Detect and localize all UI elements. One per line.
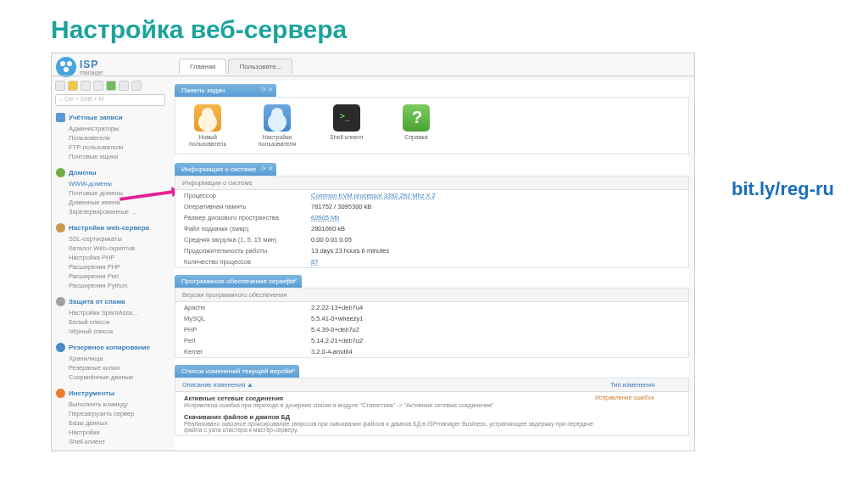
sysinfo-panel: Информация о системе⟳ ✕ Информация о сис… bbox=[175, 163, 689, 268]
sidebar-item[interactable]: Пользователи bbox=[55, 133, 165, 143]
tool-icon[interactable] bbox=[119, 81, 129, 91]
sidebar-item[interactable]: Зарезервированные ... bbox=[55, 207, 165, 216]
task-label: Shell-клиент bbox=[321, 134, 372, 141]
sidebar-group-tools[interactable]: Инструменты bbox=[55, 387, 165, 400]
sidebar-item[interactable]: Перезагрузить сервер bbox=[55, 409, 165, 418]
change-title: Скачивание файлов и дампов БД bbox=[184, 413, 595, 421]
task-item[interactable]: Shell-клиент bbox=[321, 104, 372, 147]
change-desc: Реализовано сквозное проксирование запро… bbox=[184, 421, 595, 433]
add-icon[interactable] bbox=[106, 81, 116, 91]
sidebar-item[interactable]: Shell-клиент bbox=[55, 437, 165, 446]
sidebar-item[interactable]: SSL-сертификаты bbox=[55, 234, 165, 244]
software-head[interactable]: Программное обеспечение сервера⟳ ✕ bbox=[175, 275, 302, 288]
info-label: Процессор bbox=[184, 192, 311, 199]
sidebar-item[interactable]: Сохранённые данные bbox=[55, 372, 165, 382]
slide-link: bit.ly/reg-ru bbox=[732, 178, 834, 200]
info-row: Оперативная память781752 / 3095300 kB bbox=[175, 201, 688, 212]
task-panel: Панель задач⟳ ✕ Новый пользовательНастро… bbox=[175, 84, 689, 154]
sidebar-item[interactable]: Расширения Python bbox=[55, 281, 165, 290]
sysinfo-head[interactable]: Информация о системе⟳ ✕ bbox=[175, 163, 276, 176]
sidebar-item[interactable]: Резервные копии bbox=[55, 363, 165, 372]
info-row: Количество процессов87 bbox=[175, 256, 688, 267]
soft-row: Kernel3.2.0-4-amd64 bbox=[175, 346, 688, 357]
soft-value: 5.5.41-0+wheezy1 bbox=[311, 315, 364, 322]
sidebar-item[interactable]: Расширения PHP bbox=[55, 262, 165, 271]
change-type: Исправление ошибок bbox=[595, 395, 680, 408]
sidebar-item[interactable]: Настройка PHP bbox=[55, 253, 165, 262]
change-title: Активные сетевые соединения bbox=[184, 395, 595, 402]
info-label: Файл подкачки (swap) bbox=[184, 225, 311, 232]
tool-icon[interactable] bbox=[93, 81, 103, 91]
changelog-col-desc[interactable]: Описание изменения ▲ bbox=[175, 378, 604, 391]
changelog-row[interactable]: Активные сетевые соединенияИсправлена ош… bbox=[184, 395, 680, 408]
logo-icon bbox=[56, 57, 76, 77]
favorite-icon[interactable] bbox=[68, 81, 78, 91]
info-value[interactable]: 62605 Mb bbox=[311, 214, 339, 221]
soft-label: MySQL bbox=[184, 315, 311, 322]
sidebar-item[interactable]: Доменные имена bbox=[55, 198, 165, 207]
tabs: Главная Пользовате... bbox=[179, 59, 294, 74]
search-input[interactable]: ⌕ Ctrl + Shift + M bbox=[55, 94, 165, 106]
sidebar-item[interactable]: Почтовые ящики bbox=[55, 152, 165, 161]
main-content: Панель задач⟳ ✕ Новый пользовательНастро… bbox=[175, 81, 689, 451]
changelog-col-type[interactable]: Тип изменения bbox=[604, 378, 688, 391]
sidebar-group-domains[interactable]: Домены bbox=[55, 166, 165, 179]
task-panel-head[interactable]: Панель задач⟳ ✕ bbox=[175, 84, 276, 97]
sysinfo-subhead: Информация о системе bbox=[175, 176, 688, 190]
soft-value: 5.4.39-0+deb7u2 bbox=[311, 326, 359, 333]
sidebar-item[interactable]: Настройки SpamAssa... bbox=[55, 308, 165, 317]
sidebar-item[interactable]: FTP-пользователи bbox=[55, 143, 165, 152]
task-item[interactable]: Новый пользователь bbox=[182, 104, 233, 147]
info-label: Средняя загрузка (1, 5, 15 мин) bbox=[184, 236, 311, 244]
tool-icon[interactable] bbox=[81, 81, 91, 91]
sidebar-item[interactable]: Базы данных bbox=[55, 418, 165, 428]
info-value: 781752 / 3095300 kB bbox=[311, 203, 371, 210]
soft-value: 3.2.0-4-amd64 bbox=[311, 348, 353, 355]
soft-label: Apache bbox=[184, 304, 311, 311]
soft-row: Perl5.14.2-21+deb7u2 bbox=[175, 335, 688, 346]
change-type bbox=[595, 413, 680, 433]
task-item[interactable]: Настройки пользователя bbox=[252, 104, 303, 147]
info-value[interactable]: 87 bbox=[311, 258, 318, 266]
sidebar-item[interactable]: Белый список bbox=[55, 317, 165, 327]
sidebar-item[interactable]: Каталог Web-скриптов bbox=[55, 244, 165, 253]
sidebar-item[interactable]: Чёрный список bbox=[55, 327, 165, 336]
info-value[interactable]: Common KVM processor 3392.292 Mhz X 2 bbox=[311, 192, 436, 199]
ispmanager-panel: ISP manager Главная Пользовате... ⌕ Ctrl… bbox=[51, 53, 695, 451]
changelog-head[interactable]: Список изменений текущей версии⟳ ✕ bbox=[175, 365, 299, 378]
sidebar-item[interactable]: WWW-домены bbox=[55, 179, 165, 188]
sidebar-item[interactable]: Настройки bbox=[55, 428, 165, 437]
brand-name: ISP bbox=[80, 59, 103, 70]
task-label: Настройки пользователя bbox=[252, 134, 303, 147]
sidebar-group-spam[interactable]: Защита от спама bbox=[55, 295, 165, 308]
settuser-icon bbox=[264, 104, 291, 132]
sidebar-item[interactable]: Выполнить команду bbox=[55, 400, 165, 409]
sidebar-item[interactable]: Администраторы bbox=[55, 124, 165, 133]
tab-main[interactable]: Главная bbox=[179, 59, 226, 74]
search-placeholder: ⌕ Ctrl + Shift + M bbox=[59, 96, 104, 102]
changelog-row[interactable]: Скачивание файлов и дампов БДРеализовано… bbox=[184, 413, 680, 433]
info-value: 2801660 kB bbox=[311, 225, 345, 232]
soft-value: 2.2.22-13+deb7u4 bbox=[311, 304, 363, 311]
back-icon[interactable] bbox=[55, 81, 65, 91]
info-value: 13 days 23 hours 6 minutes bbox=[311, 247, 389, 255]
sidebar-group-users[interactable]: Учётные записи bbox=[55, 111, 165, 124]
slide-title: Настройка веб-сервера bbox=[0, 0, 868, 53]
sidebar-group-backup[interactable]: Резервное копирование bbox=[55, 341, 165, 354]
info-row: Продолжительность работы13 days 23 hours… bbox=[175, 245, 688, 256]
task-item[interactable]: Справка bbox=[391, 104, 442, 147]
info-label: Оперативная память bbox=[184, 203, 311, 210]
soft-label: Kernel bbox=[184, 348, 311, 355]
change-desc: Исправлена ошибка при переходе в дочерни… bbox=[184, 402, 595, 408]
task-label: Новый пользователь bbox=[182, 134, 233, 147]
sidebar: Учётные записиАдминистраторыПользователи… bbox=[55, 111, 165, 451]
sidebar-group-websrv[interactable]: Настройки web-сервера bbox=[55, 221, 165, 234]
sidebar-item[interactable]: Хранилища bbox=[55, 354, 165, 363]
info-row: Средняя загрузка (1, 5, 15 мин)0.00 0.01… bbox=[175, 234, 688, 245]
soft-row: MySQL5.5.41-0+wheezy1 bbox=[175, 313, 688, 324]
help-icon bbox=[403, 104, 430, 132]
tab-users[interactable]: Пользовате... bbox=[228, 59, 292, 74]
soft-label: Perl bbox=[184, 337, 311, 344]
tool-icon[interactable] bbox=[131, 81, 142, 91]
sidebar-item[interactable]: Расширения Perl bbox=[55, 271, 165, 281]
